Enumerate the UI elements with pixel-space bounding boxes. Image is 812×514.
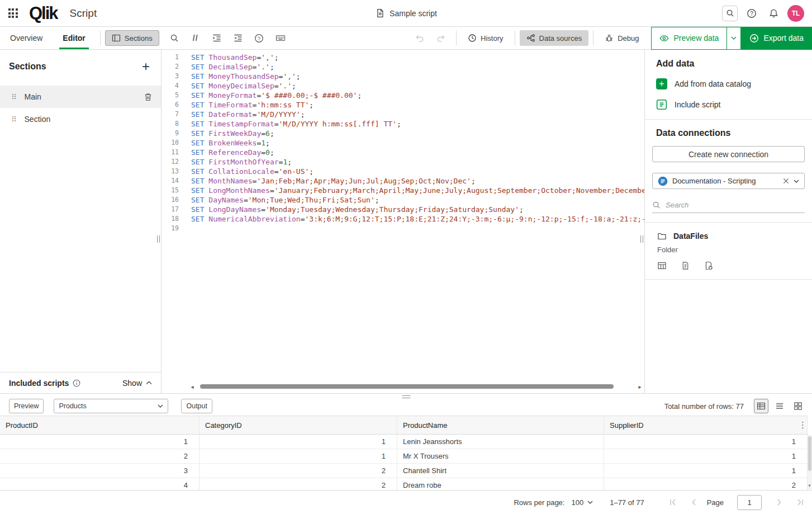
code-line[interactable]: 14SET MonthNames='Jan;Feb;Mar;Apr;May;Ju… [162, 176, 644, 186]
user-avatar[interactable]: TL [787, 5, 804, 22]
code-line[interactable]: 10SET BrokenWeeks=1; [162, 138, 644, 148]
panel-resize-handle[interactable] [402, 395, 410, 398]
code-line[interactable]: 15SET LongMonthNames='January;February;M… [162, 186, 644, 195]
code-line[interactable]: 18SET NumericalAbbreviation='3:k;6:M;9:G… [162, 214, 644, 224]
horizontal-scrollbar[interactable]: ◂ ▸ [189, 383, 643, 390]
debug-button[interactable]: Debug [598, 30, 645, 46]
add-from-catalog-item[interactable]: + Add from data catalog [645, 78, 812, 89]
drag-handle-icon[interactable]: ⠿ [11, 93, 17, 101]
included-scripts-bar[interactable]: Included scripts Show [0, 372, 161, 393]
drag-handle-icon[interactable]: ⠿ [11, 115, 17, 124]
code-line[interactable]: 1SET ThousandSep=','; [162, 53, 644, 62]
code-line[interactable]: 7SET DateFormat='M/D/YYYY'; [162, 110, 644, 119]
column-header[interactable]: ProductID [0, 416, 200, 434]
table-vertical-scrollbar[interactable] [808, 435, 812, 489]
column-menu-icon[interactable]: ⋮ [799, 421, 807, 429]
table-cell: 1 [604, 449, 808, 463]
line-number: 18 [162, 214, 187, 224]
previous-page-icon[interactable] [690, 498, 698, 506]
rows-per-page-select[interactable]: 100 [571, 498, 593, 507]
indent-icon[interactable] [206, 27, 227, 49]
export-data-button[interactable]: Export data [741, 27, 812, 50]
sections-toggle-button[interactable]: Sections [105, 30, 159, 46]
column-header[interactable]: SupplierID [604, 416, 808, 434]
keyboard-shortcuts-icon[interactable] [270, 27, 291, 49]
code-line[interactable]: 11SET ReferenceDay=0; [162, 148, 644, 157]
document-title-area[interactable]: Sample script [375, 0, 437, 27]
next-page-icon[interactable] [775, 498, 783, 506]
table-row[interactable]: 11Lenin Jeansshorts1 [0, 435, 808, 449]
code-line[interactable]: 8SET TimestampFormat='M/D/YYYY h:mm:ss[.… [162, 119, 644, 129]
column-header[interactable]: ProductName [397, 416, 604, 434]
code-line[interactable]: 9SET FirstWeekDay=6; [162, 129, 644, 138]
insert-script-icon[interactable] [681, 261, 690, 270]
output-tab-button[interactable]: Output [181, 399, 212, 413]
trash-icon[interactable] [144, 93, 152, 101]
chevron-down-icon[interactable] [794, 180, 799, 183]
show-included-scripts-toggle[interactable]: Show [122, 379, 152, 388]
view-table-icon[interactable] [754, 399, 768, 413]
view-list-icon[interactable] [772, 399, 787, 413]
tab-overview[interactable]: Overview [0, 27, 53, 49]
history-button[interactable]: History [461, 30, 510, 46]
scroll-right-icon[interactable]: ▸ [637, 384, 643, 390]
app-launcher-icon[interactable] [0, 0, 26, 27]
code-line[interactable]: 3SET MoneyThousandSep=','; [162, 72, 644, 81]
tab-editor[interactable]: Editor [53, 27, 95, 49]
code-line[interactable]: 19 [162, 224, 644, 233]
preview-data-caret[interactable] [727, 27, 740, 49]
select-data-table-icon[interactable] [657, 261, 667, 270]
sidebar-section-item[interactable]: ⠿Section [0, 108, 161, 130]
table-row[interactable]: 42Dream robe2 [0, 478, 808, 490]
code-line[interactable]: 16SET DayNames='Mon;Tue;Wed;Thu;Fri;Sat;… [162, 195, 644, 205]
datafiles-connection-item[interactable]: DataFiles [645, 223, 812, 241]
data-sources-button[interactable]: Data sources [520, 30, 589, 46]
undo-icon[interactable] [409, 27, 430, 49]
panel-resize-handle[interactable] [640, 235, 643, 243]
script-settings-icon[interactable] [704, 261, 713, 270]
scrollbar-thumb[interactable] [200, 384, 614, 389]
code-line[interactable]: 13SET CollationLocale='en-US'; [162, 167, 644, 176]
comment-icon[interactable]: // [185, 27, 206, 49]
sidebar-resize-handle[interactable] [157, 235, 160, 243]
table-row[interactable]: 32Chantell Shirt1 [0, 464, 808, 478]
outdent-icon[interactable] [227, 27, 249, 49]
clear-connection-icon[interactable] [783, 178, 789, 184]
search-in-script-icon[interactable] [164, 27, 185, 49]
rows-per-page-value: 100 [571, 498, 583, 507]
preview-data-main[interactable]: Preview data [652, 27, 726, 49]
connection-search-input[interactable]: Search [652, 197, 805, 213]
sidebar-section-item[interactable]: ⠿Main [0, 86, 161, 108]
scrollbar-track[interactable] [196, 384, 637, 389]
code-line[interactable]: 17SET LongDayNames='Monday;Tuesday;Wedne… [162, 205, 644, 214]
first-page-icon[interactable] [669, 498, 677, 506]
column-header[interactable]: CategoryID [200, 416, 397, 434]
code-line[interactable]: 12SET FirstMonthOfYear=1; [162, 157, 644, 167]
code-line[interactable]: 6SET TimeFormat='h:mm:ss TT'; [162, 100, 644, 110]
connection-select[interactable]: Documentation - Scripting [652, 173, 805, 189]
table-selector-dropdown[interactable]: Products [54, 399, 168, 413]
page-input[interactable] [737, 495, 762, 510]
create-connection-button[interactable]: Create new connection [652, 146, 805, 162]
code-line[interactable]: 4SET MoneyDecimalSep='.'; [162, 81, 644, 91]
search-button[interactable] [722, 6, 738, 21]
add-section-button[interactable]: + [142, 61, 150, 72]
view-grid-icon[interactable] [791, 399, 805, 413]
preview-data-button[interactable]: Preview data [651, 27, 741, 50]
table-row[interactable]: 21Mr X Trousers1 [0, 449, 808, 464]
info-icon[interactable] [73, 379, 80, 387]
redo-icon[interactable] [430, 27, 452, 49]
help-button[interactable]: ? [744, 6, 759, 21]
script-editor[interactable]: 1SET ThousandSep=',';2SET DecimalSep='.'… [162, 50, 644, 393]
editor-toolbar: Overview Editor Sections // ? History [0, 27, 812, 50]
notifications-button[interactable] [766, 6, 781, 21]
include-script-item[interactable]: Include script [645, 99, 812, 110]
syntax-help-icon[interactable]: ? [249, 27, 270, 49]
code-line[interactable]: 2SET DecimalSep='.'; [162, 62, 644, 72]
table-scroll-down-icon[interactable]: ▾ [807, 483, 812, 488]
scroll-left-icon[interactable]: ◂ [189, 384, 196, 390]
preview-tab-button[interactable]: Preview [9, 399, 44, 413]
code-line[interactable]: 5SET MoneyFormat='$ ###0.00;-$ ###0.00'; [162, 91, 644, 100]
scrollbar-thumb[interactable] [808, 436, 811, 471]
last-page-icon[interactable] [796, 498, 804, 506]
